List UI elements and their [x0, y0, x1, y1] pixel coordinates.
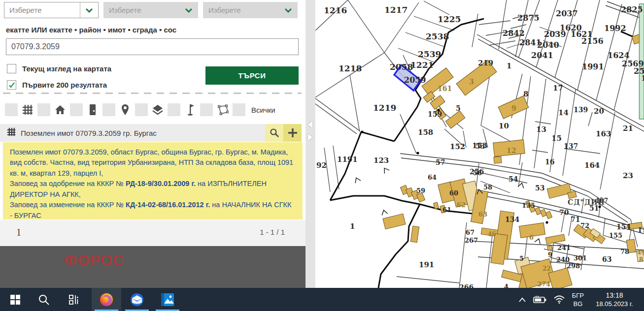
- svg-text:1216: 1216: [324, 5, 347, 15]
- filter-zone-checkbox[interactable]: [200, 103, 213, 116]
- cadastral-map-canvas[interactable]: 1216121712252538253920581221205912181219…: [315, 0, 644, 288]
- svg-text:1217: 1217: [384, 5, 407, 15]
- filter-flag-checkbox[interactable]: [168, 103, 180, 116]
- ekatte-hint-label: екатте ИЛИ екатте • район • имот • сград…: [6, 26, 176, 34]
- first-200-checkbox-row[interactable]: Първите 200 резултата: [7, 80, 107, 90]
- svg-text:2875: 2875: [517, 13, 540, 23]
- dashed-divider: [3, 93, 302, 94]
- search-result-row[interactable]: Поземлен имот 07079.3.2059 гр. Бургас: [0, 124, 302, 142]
- tray-expand-chevron-icon[interactable]: [518, 297, 526, 302]
- svg-text:1992: 1992: [604, 24, 626, 33]
- svg-text:1225: 1225: [438, 14, 461, 24]
- tall-building-icon: [87, 103, 99, 116]
- svg-text:71: 71: [571, 216, 580, 223]
- district-dropdown-value: Изберете: [104, 6, 180, 14]
- language-indicator[interactable]: БГР BG: [572, 291, 584, 308]
- parcel-grid-icon: [22, 103, 34, 116]
- foros-logo: ФОРОС: [64, 252, 124, 270]
- collapse-left-icon[interactable]: [308, 121, 312, 128]
- svg-text:134: 134: [505, 216, 519, 223]
- svg-text:110: 110: [638, 226, 644, 234]
- dropdown-row: Изберете Изберете Изберете: [4, 2, 298, 18]
- parcel-grid-icon: [7, 127, 16, 138]
- filter-layers-checkbox[interactable]: [135, 103, 148, 116]
- svg-text:92: 92: [316, 161, 327, 170]
- svg-text:2156: 2156: [581, 36, 604, 46]
- taskbar-search-button[interactable]: [34, 288, 54, 311]
- building-footprints: [383, 31, 644, 288]
- svg-text:81: 81: [639, 256, 644, 263]
- svg-text:23: 23: [623, 171, 633, 180]
- svg-text:158: 158: [418, 128, 433, 137]
- add-result-button[interactable]: [283, 124, 302, 142]
- filter-building-checkbox[interactable]: [37, 103, 50, 116]
- approval-order-number: РД-18-9/30.01.2009 г.: [126, 180, 196, 187]
- svg-text:49: 49: [637, 249, 644, 256]
- svg-text:53: 53: [475, 142, 485, 150]
- ekatte-dropdown[interactable]: Изберете: [4, 2, 99, 18]
- svg-text:67: 67: [466, 229, 475, 236]
- svg-text:9: 9: [548, 251, 552, 258]
- house-icon: [54, 103, 66, 116]
- current-view-checkbox[interactable]: [7, 64, 16, 73]
- svg-text:20: 20: [594, 107, 604, 116]
- svg-text:9: 9: [511, 104, 516, 112]
- svg-text:2059: 2059: [404, 75, 426, 85]
- zoom-to-result-button[interactable]: [265, 124, 283, 142]
- footer-banner[interactable]: ФОРОС: [0, 246, 305, 288]
- filter-block-checkbox[interactable]: [70, 103, 83, 116]
- firefox-icon: [99, 292, 114, 307]
- result-title: Поземлен имот 07079.3.2059 гр. Бургас: [21, 129, 265, 137]
- svg-text:59: 59: [416, 187, 425, 194]
- filter-all-checkbox[interactable]: [233, 103, 245, 116]
- amendment-order-number: КД-14-02-68/16.01.2012 г.: [126, 201, 210, 209]
- filter-all-label: Всички: [251, 106, 275, 114]
- svg-text:12: 12: [507, 147, 516, 155]
- current-view-checkbox-row[interactable]: Текущ изглед на картата: [7, 64, 111, 73]
- firefox-taskbar-button[interactable]: [92, 288, 121, 311]
- parcel-dropdown: Изберете: [203, 2, 298, 18]
- clock[interactable]: 13:18 18.05.2023 г.: [591, 291, 638, 308]
- svg-text:1: 1: [507, 62, 511, 70]
- svg-text:274: 274: [537, 280, 550, 288]
- layers-icon: [152, 103, 164, 116]
- kais-cadastre-app: Изберете Изберете Изберете екатте ИЛИ ек…: [0, 0, 644, 311]
- svg-text:17: 17: [553, 84, 563, 93]
- svg-text:46: 46: [488, 231, 496, 238]
- ekatte-dropdown-value: Изберете: [4, 6, 80, 14]
- wifi-icon[interactable]: [554, 295, 565, 304]
- svg-text:1991: 1991: [582, 62, 604, 71]
- svg-text:53: 53: [535, 184, 544, 192]
- search-icon: [38, 294, 50, 306]
- first-200-checkbox[interactable]: [7, 80, 16, 90]
- svg-text:62: 62: [457, 201, 466, 209]
- panel-splitter[interactable]: [305, 0, 315, 288]
- task-view-button[interactable]: [64, 288, 85, 311]
- collapse-right-icon[interactable]: [308, 134, 312, 141]
- windows-logo-icon: [10, 295, 20, 305]
- cadastral-map[interactable]: 1216121712252538253920581221205912181219…: [315, 0, 644, 288]
- district-dropdown: Изберете: [103, 2, 198, 18]
- map-pin-icon: [119, 103, 131, 116]
- svg-text:57: 57: [436, 158, 445, 166]
- svg-text:3: 3: [469, 78, 474, 86]
- thunderbird-taskbar-button[interactable]: [122, 288, 152, 311]
- battery-icon[interactable]: [533, 296, 547, 303]
- search-button[interactable]: ТЪРСИ: [205, 66, 299, 85]
- page-number[interactable]: 1: [16, 227, 21, 238]
- svg-text:15: 15: [551, 134, 562, 143]
- svg-text:60: 60: [449, 189, 458, 197]
- search-input[interactable]: [6, 38, 299, 55]
- search-icon: [270, 128, 279, 138]
- svg-text:137: 137: [564, 142, 578, 150]
- start-button[interactable]: [5, 288, 26, 311]
- svg-text:2825: 2825: [621, 5, 643, 14]
- svg-text:267: 267: [465, 237, 478, 244]
- filter-point-checkbox[interactable]: [102, 103, 115, 116]
- windows-taskbar: БГР BG 13:18 18.05.2023 г.: [0, 288, 644, 311]
- svg-text:72: 72: [580, 222, 589, 229]
- photos-taskbar-button[interactable]: [153, 288, 182, 311]
- filter-parcel-checkbox[interactable]: [5, 103, 18, 116]
- svg-text:2058: 2058: [390, 62, 413, 72]
- svg-text:2842: 2842: [503, 29, 525, 38]
